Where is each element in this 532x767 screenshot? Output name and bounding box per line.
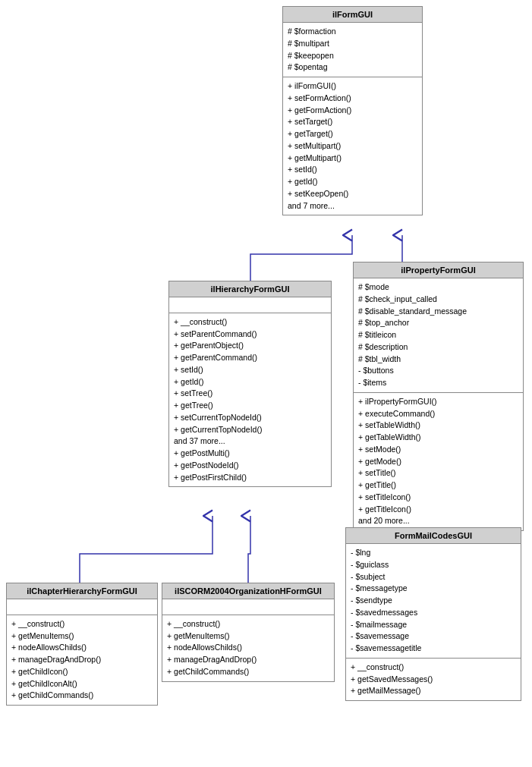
box-FormMailCodesGUI: FormMailCodesGUI - $lng - $guiclass - $s…: [345, 527, 521, 701]
arrow-scorm-to-hierarchy: [248, 516, 250, 584]
ilPropertyFormGUI-title: ilPropertyFormGUI: [354, 262, 523, 278]
ilPropertyFormGUI-methods: + ilPropertyFormGUI() + executeCommand()…: [354, 393, 523, 530]
ilFormGUI-methods: + ilFormGUI() + setFormAction() + getFor…: [283, 77, 422, 215]
FormMailCodesGUI-fields: - $lng - $guiclass - $subject - $message…: [346, 544, 521, 659]
box-ilSCORM2004OrganizationHFormGUI: ilSCORM2004OrganizationHFormGUI + __cons…: [162, 583, 335, 682]
ilChapterHierarchyFormGUI-methods: + __construct() + getMenuItems() + nodeA…: [7, 615, 157, 705]
FormMailCodesGUI-title: FormMailCodesGUI: [346, 528, 521, 544]
box-ilHierarchyFormGUI: ilHierarchyFormGUI + __construct() + set…: [168, 281, 332, 487]
box-ilPropertyFormGUI: ilPropertyFormGUI # $mode # $check_input…: [353, 262, 524, 531]
FormMailCodesGUI-methods: + __construct() + getSavedMessages() + g…: [346, 659, 521, 700]
ilSCORM2004-methods: + __construct() + getMenuItems() + nodeA…: [162, 615, 334, 681]
ilPropertyFormGUI-fields: # $mode # $check_input_called # $disable…: [354, 278, 523, 393]
ilSCORM2004-empty: [162, 599, 334, 615]
arrow-chapter-to-hierarchy: [80, 516, 212, 584]
ilFormGUI-title: ilFormGUI: [283, 7, 422, 23]
ilHierarchyFormGUI-empty: [169, 297, 331, 313]
ilChapterHierarchyFormGUI-empty: [7, 599, 157, 615]
ilChapterHierarchyFormGUI-title: ilChapterHierarchyFormGUI: [7, 583, 157, 599]
arrow-hierarchy-to-form: [250, 235, 352, 281]
ilHierarchyFormGUI-methods: + __construct() + setParentCommand() + g…: [169, 313, 331, 487]
box-ilFormGUI: ilFormGUI # $formaction # $multipart # $…: [282, 6, 423, 215]
ilFormGUI-fields: # $formaction # $multipart # $keepopen #…: [283, 23, 422, 77]
ilHierarchyFormGUI-title: ilHierarchyFormGUI: [169, 281, 331, 297]
box-ilChapterHierarchyFormGUI: ilChapterHierarchyFormGUI + __construct(…: [6, 583, 158, 706]
ilSCORM2004-title: ilSCORM2004OrganizationHFormGUI: [162, 583, 334, 599]
diagram-container: anchor ilFormGUI # $formaction # $multip…: [0, 0, 532, 767]
